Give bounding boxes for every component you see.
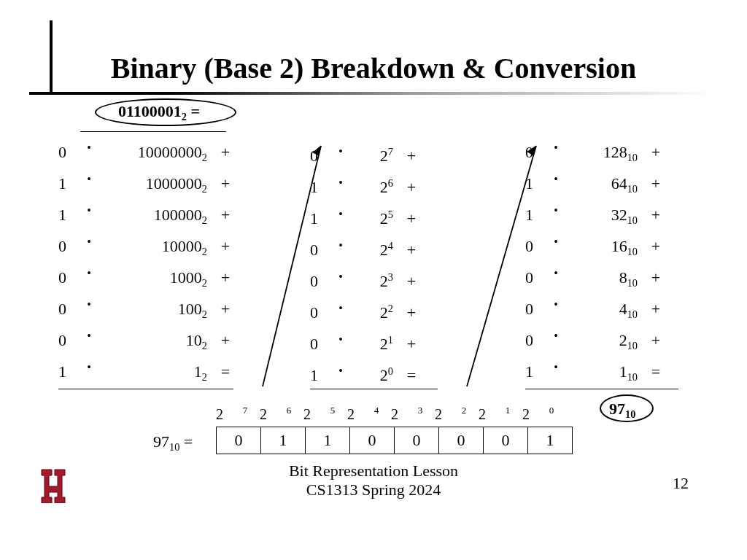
place-value: 12: [98, 356, 207, 393]
dot-icon: •: [80, 226, 98, 257]
svg-marker-3: [527, 146, 536, 155]
page-number: 12: [673, 474, 689, 493]
power: 20: [349, 356, 393, 391]
operator: +: [638, 168, 667, 199]
rule: [80, 131, 226, 132]
operator: +: [207, 262, 236, 293]
operator: +: [393, 203, 422, 234]
result-base: 10: [625, 408, 635, 420]
dot-icon: •: [80, 320, 98, 351]
university-logo-icon: [38, 467, 69, 503]
power: 22: [349, 293, 393, 328]
bit-equation-label: 9710 =: [153, 432, 193, 454]
power: 23: [349, 262, 393, 297]
operator: +: [638, 293, 667, 324]
arrow-icon: [452, 131, 554, 394]
operator: +: [638, 262, 667, 293]
dot-icon: •: [80, 289, 98, 320]
result-num: 97: [609, 400, 625, 418]
bit-eq-base: 10: [169, 441, 179, 453]
bit-power-labels: 2726252423222120: [216, 405, 566, 423]
bit-power-label: 27: [216, 405, 260, 423]
coef: 1: [58, 199, 80, 230]
binary-base: 2: [182, 111, 187, 122]
operator: +: [393, 297, 422, 328]
bit-cell: 0: [350, 427, 395, 454]
slide-title: Binary (Base 2) Breakdown & Conversion: [0, 51, 747, 85]
bit-power-label: 20: [522, 405, 566, 423]
bit-cell: 1: [261, 427, 306, 454]
operator: +: [207, 168, 236, 199]
operator: +: [393, 328, 422, 359]
operator: +: [207, 136, 236, 168]
bit-cell: 0: [217, 427, 261, 454]
dot-icon: •: [80, 163, 98, 195]
dot-icon: •: [80, 132, 98, 163]
arrow-icon: [248, 131, 336, 394]
power: 24: [349, 230, 393, 265]
operator: +: [638, 324, 667, 356]
operator: +: [393, 171, 422, 203]
power: 27: [349, 136, 393, 171]
bit-cell: 0: [395, 427, 439, 454]
operator: +: [207, 324, 236, 356]
footer: Bit Representation Lesson CS1313 Spring …: [0, 462, 747, 500]
svg-line-0: [263, 146, 321, 386]
bit-power-label: 26: [260, 405, 303, 423]
bit-eq-val: 97: [153, 432, 169, 451]
operator: =: [207, 356, 236, 387]
bit-cell: 0: [439, 427, 484, 454]
operator: +: [393, 140, 422, 171]
bit-cell: 0: [484, 427, 528, 454]
operator: =: [638, 356, 667, 387]
svg-line-2: [467, 146, 536, 386]
operator: +: [638, 136, 667, 168]
bit-table-row: 01100001: [217, 427, 573, 454]
operator: =: [393, 359, 422, 391]
decor-hline: [29, 92, 715, 95]
operator: +: [638, 230, 667, 262]
decimal-value: 110: [565, 356, 638, 393]
bit-power-label: 22: [435, 405, 479, 423]
power: 25: [349, 199, 393, 234]
bit-power-label: 21: [479, 405, 522, 423]
operator: +: [393, 234, 422, 265]
bit-power-label: 24: [347, 405, 391, 423]
operator: +: [207, 293, 236, 324]
power: 21: [349, 324, 393, 359]
bit-cell: 1: [306, 427, 350, 454]
binary-header: 011000012 =: [118, 102, 200, 123]
expansion-row: 1•12=: [58, 356, 247, 387]
coef: 0: [58, 293, 80, 324]
rows: 0•100000002+1•10000002+1•1000002+0•10000…: [58, 136, 247, 387]
dot-icon: •: [80, 195, 98, 226]
coef: 0: [58, 262, 80, 293]
footer-line1: Bit Representation Lesson: [0, 462, 747, 481]
dot-icon: •: [80, 257, 98, 289]
bit-power-label: 23: [391, 405, 435, 423]
coef: 0: [58, 230, 80, 262]
footer-line2: CS1313 Spring 2024: [0, 481, 747, 499]
operator: +: [638, 199, 667, 230]
binary-value: 01100001: [118, 102, 182, 120]
svg-marker-1: [313, 146, 321, 155]
dot-icon: •: [80, 351, 98, 383]
coef: 0: [58, 324, 80, 356]
coef: 0: [58, 136, 80, 168]
coef: 1: [58, 356, 80, 387]
bit-table: 01100001: [216, 427, 573, 454]
power: 26: [349, 168, 393, 203]
operator: +: [207, 230, 236, 262]
bit-eq-sign: =: [179, 432, 193, 451]
binary-eq: =: [187, 102, 200, 120]
coef: 1: [58, 168, 80, 199]
operator: +: [393, 265, 422, 297]
column-binary-place-values: 0•100000002+1•10000002+1•1000002+0•10000…: [58, 131, 247, 389]
result-value: 9710: [609, 400, 635, 421]
slide: Binary (Base 2) Breakdown & Conversion 0…: [0, 0, 747, 560]
operator: +: [207, 199, 236, 230]
bit-power-label: 25: [303, 405, 347, 423]
bit-cell: 1: [528, 427, 573, 454]
